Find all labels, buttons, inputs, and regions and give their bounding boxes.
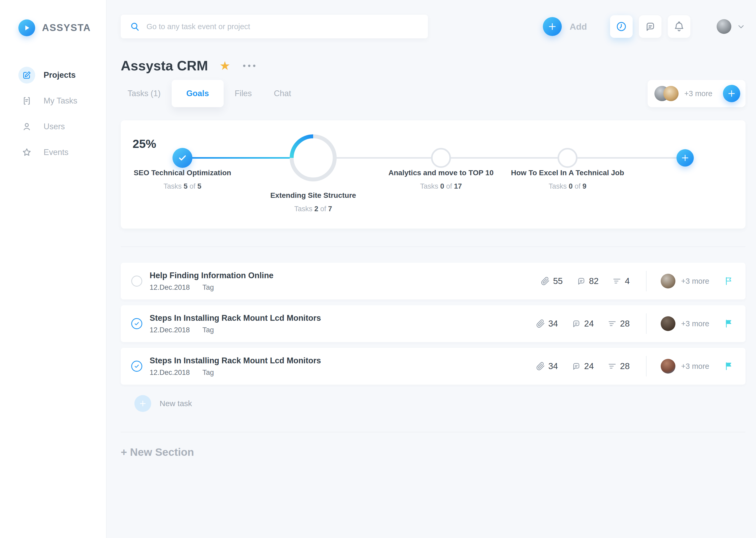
- section-divider: [121, 432, 745, 432]
- subtasks-count: 4: [625, 276, 630, 286]
- task-checkbox[interactable]: [131, 318, 142, 329]
- flag-icon[interactable]: [724, 276, 733, 286]
- sidebar-item-users[interactable]: Users: [19, 118, 106, 135]
- comments-stat: 24: [571, 361, 594, 371]
- subtasks-count: 28: [620, 361, 630, 371]
- milestone-pending-icon[interactable]: [557, 148, 578, 168]
- plus-icon: [134, 395, 151, 412]
- task-title: Steps In Installing Rack Mount Lcd Monit…: [150, 356, 321, 365]
- add-button[interactable]: [543, 17, 562, 36]
- task-tag[interactable]: Tag: [202, 369, 214, 377]
- comments-count: 24: [584, 361, 594, 371]
- task-tag[interactable]: Tag: [202, 284, 214, 292]
- divider: [646, 271, 646, 291]
- assignee-avatar[interactable]: [661, 316, 676, 331]
- play-logo-icon: [19, 20, 35, 36]
- add-member-button[interactable]: [723, 85, 740, 102]
- tab-tasks[interactable]: Tasks (1): [121, 89, 172, 98]
- milestone-label: How To Excel In A Technical Job Tasks 0 …: [476, 169, 659, 190]
- attachments-stat: 34: [536, 361, 558, 371]
- milestone-progress: Tasks 5 of 5: [91, 182, 274, 190]
- paperclip-icon: [541, 276, 550, 286]
- new-section-button[interactable]: + New Section: [121, 446, 194, 458]
- goals-timeline-card: SEO Technical Optimization Tasks 5 of 5: [121, 120, 745, 229]
- chat-bubble-icon: [571, 361, 581, 371]
- task-text: Help Finding Information Online 12.Dec.2…: [150, 271, 273, 292]
- user-menu[interactable]: [717, 19, 745, 34]
- milestone-complete-icon[interactable]: [172, 148, 192, 168]
- sidebar-item-my-tasks[interactable]: My Tasks: [19, 92, 106, 109]
- more-options-icon[interactable]: [243, 65, 256, 67]
- sidebar-item-projects[interactable]: Projects: [19, 67, 106, 83]
- members-more-label[interactable]: +3 more: [684, 89, 712, 98]
- task-date: 12.Dec.2018: [150, 284, 190, 292]
- task-list: Help Finding Information Online 12.Dec.2…: [121, 263, 745, 417]
- search-bar: [121, 15, 428, 38]
- milestone-label: SEO Technical Optimization Tasks 5 of 5: [91, 169, 274, 190]
- task-stats: 34 24 28 +3 more: [536, 313, 733, 334]
- task-checkbox[interactable]: [131, 276, 142, 287]
- milestone-progress-ring[interactable]: [290, 134, 337, 182]
- task-date: 12.Dec.2018: [150, 326, 190, 334]
- project-title-row: Assysta CRM ★: [121, 58, 745, 74]
- milestone-title: How To Excel In A Technical Job: [476, 169, 659, 177]
- app-name: ASSYSTA: [42, 22, 91, 33]
- task-title: Steps In Installing Rack Mount Lcd Monit…: [150, 313, 321, 323]
- attachments-stat: 34: [536, 319, 558, 329]
- sidebar-item-label: Users: [44, 122, 65, 131]
- task-text: Steps In Installing Rack Mount Lcd Monit…: [150, 356, 321, 377]
- favorite-star-icon[interactable]: ★: [219, 60, 230, 72]
- search-input[interactable]: [147, 22, 419, 31]
- paperclip-icon: [536, 319, 545, 328]
- task-date: 12.Dec.2018: [150, 369, 190, 377]
- subtasks-stat: 4: [612, 276, 630, 286]
- assignees-more-label[interactable]: +3 more: [681, 362, 709, 371]
- new-task-button[interactable]: New task: [121, 390, 745, 417]
- header-actions: Add: [543, 15, 745, 38]
- task-tag[interactable]: Tag: [202, 326, 214, 334]
- search-icon: [130, 21, 140, 32]
- task-row[interactable]: Help Finding Information Online 12.Dec.2…: [121, 263, 745, 299]
- paperclip-icon: [536, 361, 545, 371]
- assignee-avatar[interactable]: [661, 359, 676, 374]
- assignee-avatar[interactable]: [661, 274, 676, 289]
- main-area: Add: [107, 0, 756, 538]
- avatar: [663, 86, 679, 101]
- add-milestone-button[interactable]: [677, 149, 694, 167]
- task-text: Steps In Installing Rack Mount Lcd Monit…: [150, 313, 321, 334]
- task-checkbox[interactable]: [131, 361, 142, 372]
- assignees-more-label[interactable]: +3 more: [681, 319, 709, 328]
- sidebar-nav: Projects My Tasks Users Events: [19, 67, 106, 161]
- milestone-pending-icon[interactable]: [431, 148, 451, 168]
- chat-bubble-icon: [644, 21, 656, 32]
- flag-icon[interactable]: [724, 361, 733, 371]
- subtasks-stat: 28: [607, 361, 630, 371]
- attachments-count: 34: [548, 361, 558, 371]
- assignees-more-label[interactable]: +3 more: [681, 277, 709, 286]
- tab-goals[interactable]: Goals: [172, 80, 224, 107]
- subtasks-list-icon: [607, 361, 617, 371]
- notifications-button[interactable]: [668, 15, 690, 38]
- task-row[interactable]: Steps In Installing Rack Mount Lcd Monit…: [121, 305, 745, 342]
- comments-stat: 24: [571, 319, 594, 329]
- tab-files[interactable]: Files: [224, 89, 263, 98]
- chevron-down-icon: [736, 22, 745, 31]
- tab-chat[interactable]: Chat: [263, 89, 302, 98]
- sidebar-item-label: My Tasks: [44, 96, 77, 106]
- add-label: Add: [570, 22, 587, 32]
- recent-activity-button[interactable]: [610, 15, 633, 38]
- messages-button[interactable]: [639, 15, 661, 38]
- member-avatars[interactable]: [654, 86, 679, 101]
- task-row[interactable]: Steps In Installing Rack Mount Lcd Monit…: [121, 348, 745, 385]
- clock-icon: [616, 21, 627, 32]
- avatar: [717, 19, 731, 34]
- sidebar-item-events[interactable]: Events: [19, 144, 106, 161]
- header-icon-buttons: [610, 15, 690, 38]
- task-title: Help Finding Information Online: [150, 271, 273, 280]
- note-list-icon: [19, 92, 35, 109]
- task-stats: 55 82 4 +3 more: [541, 271, 733, 291]
- star-outline-icon: [19, 144, 35, 161]
- milestone-progress: Tasks 2 of 7: [221, 205, 405, 213]
- flag-icon[interactable]: [724, 319, 733, 328]
- chat-bubble-icon: [577, 276, 586, 286]
